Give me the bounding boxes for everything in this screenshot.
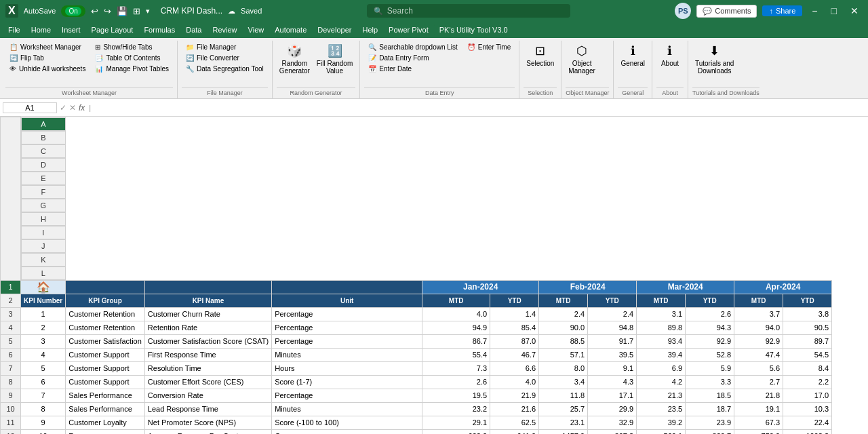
cell-i6[interactable]: 39.4 (637, 348, 686, 361)
cell-l10[interactable]: 10.3 (783, 402, 832, 416)
col-header-a[interactable]: A (21, 117, 66, 131)
minimize-button[interactable]: − (808, 5, 821, 16)
cell-b2[interactable]: KPI Group (66, 294, 145, 307)
cell-l3[interactable]: 3.8 (783, 307, 832, 321)
cell-d3[interactable]: Percentage (272, 307, 422, 321)
cell-k6[interactable]: 47.4 (734, 348, 783, 361)
cell-c12[interactable]: Average Revenue Per Customer (144, 429, 271, 434)
formula-input[interactable] (95, 104, 865, 112)
cell-a4[interactable]: 2 (21, 321, 66, 334)
cell-b3[interactable]: Customer Retention (66, 307, 145, 321)
data-segregation-button[interactable]: 🔧 Data Segregation Tool (182, 64, 268, 74)
cell-h3[interactable]: 2.4 (588, 307, 637, 321)
name-box[interactable] (3, 102, 57, 113)
grid-container[interactable]: A B C D E F G H I J K L 1 (0, 117, 868, 434)
cell-ef1[interactable]: Jan-2024 (422, 280, 539, 294)
cell-d12[interactable]: Currency (272, 429, 422, 434)
cell-j6[interactable]: 52.8 (686, 348, 734, 361)
cell-j10[interactable]: 18.7 (686, 402, 734, 416)
cell-h9[interactable]: 17.1 (588, 389, 637, 402)
comments-button[interactable]: 💬 Comments (696, 5, 757, 18)
cell-l11[interactable]: 22.4 (783, 416, 832, 429)
cell-k8[interactable]: 2.7 (734, 375, 783, 389)
cell-f7[interactable]: 6.6 (490, 361, 539, 375)
cell-g7[interactable]: 8.0 (539, 361, 588, 375)
cell-l8[interactable]: 2.2 (783, 375, 832, 389)
col-header-l[interactable]: L (21, 267, 66, 280)
cell-c5[interactable]: Customer Satisfaction Score (CSAT) (144, 334, 271, 348)
save-icon[interactable]: 💾 (117, 6, 127, 16)
cell-j3[interactable]: 2.6 (686, 307, 734, 321)
undo-icon[interactable]: ↩ (91, 6, 98, 16)
cell-a1[interactable]: 🏠 (21, 280, 66, 294)
file-manager-button[interactable]: 📁 File Manager (182, 42, 268, 52)
cell-c9[interactable]: Conversion Rate (144, 389, 271, 402)
cell-g5[interactable]: 88.5 (539, 334, 588, 348)
cell-g8[interactable]: 3.4 (539, 375, 588, 389)
cell-c10[interactable]: Lead Response Time (144, 402, 271, 416)
cell-h11[interactable]: 32.9 (588, 416, 637, 429)
cell-d10[interactable]: Minutes (272, 402, 422, 416)
cell-b11[interactable]: Customer Loyalty (66, 416, 145, 429)
searchable-dropdown-button[interactable]: 🔍 Searchable dropdown List (364, 42, 462, 52)
cell-a3[interactable]: 1 (21, 307, 66, 321)
col-header-k[interactable]: K (21, 253, 66, 267)
cell-b9[interactable]: Sales Performance (66, 389, 145, 402)
cell-i5[interactable]: 93.4 (637, 334, 686, 348)
cell-e12[interactable]: 602.2 (422, 429, 490, 434)
cell-d5[interactable]: Percentage (272, 334, 422, 348)
cell-b12[interactable]: Revenue (66, 429, 145, 434)
more-icon[interactable]: ▾ (146, 7, 150, 16)
cell-b1[interactable] (66, 280, 145, 294)
cell-e10[interactable]: 23.2 (422, 402, 490, 416)
cell-d9[interactable]: Percentage (272, 389, 422, 402)
cell-k2[interactable]: MTD (734, 294, 783, 307)
close-button[interactable]: ✕ (846, 5, 863, 16)
menu-page-layout[interactable]: Page Layout (86, 24, 139, 35)
col-header-g[interactable]: G (21, 199, 66, 212)
cell-k7[interactable]: 5.6 (734, 361, 783, 375)
data-entry-form-button[interactable]: 📝 Data Entry Form (364, 53, 462, 63)
cell-c1[interactable] (144, 280, 271, 294)
cell-f12[interactable]: 641.0 (490, 429, 539, 434)
cell-f6[interactable]: 46.7 (490, 348, 539, 361)
share-button[interactable]: ↑ Share (762, 5, 802, 16)
menu-file[interactable]: File (3, 24, 26, 35)
cell-d6[interactable]: Minutes (272, 348, 422, 361)
cell-e7[interactable]: 7.3 (422, 361, 490, 375)
show-hide-tabs-button[interactable]: ⊞ Show/Hide Tabs (91, 42, 173, 52)
cell-h5[interactable]: 91.7 (588, 334, 637, 348)
cell-h7[interactable]: 9.1 (588, 361, 637, 375)
cell-e3[interactable]: 4.0 (422, 307, 490, 321)
general-button[interactable]: ℹ General (618, 42, 648, 68)
cell-l4[interactable]: 90.5 (783, 321, 832, 334)
cell-d1[interactable] (272, 280, 422, 294)
cell-g11[interactable]: 23.1 (539, 416, 588, 429)
enter-time-button[interactable]: ⏰ Enter Time (463, 42, 515, 52)
cell-g12[interactable]: 1457.9 (539, 429, 588, 434)
menu-developer[interactable]: Developer (312, 24, 357, 35)
cell-c7[interactable]: Resolution Time (144, 361, 271, 375)
col-header-c[interactable]: C (21, 144, 66, 158)
cell-i11[interactable]: 39.2 (637, 416, 686, 429)
fill-random-button[interactable]: 🔢 Fill RandomValue (314, 42, 355, 76)
cell-c2[interactable]: KPI Name (144, 294, 271, 307)
cell-i7[interactable]: 6.9 (637, 361, 686, 375)
cell-g3[interactable]: 2.4 (539, 307, 588, 321)
cell-k9[interactable]: 21.8 (734, 389, 783, 402)
cell-d7[interactable]: Hours (272, 361, 422, 375)
cell-i3[interactable]: 3.1 (637, 307, 686, 321)
cell-a5[interactable]: 3 (21, 334, 66, 348)
col-header-j[interactable]: J (21, 239, 66, 253)
menu-power-pivot[interactable]: Power Pivot (383, 24, 434, 35)
cell-l12[interactable]: 1093.3 (783, 429, 832, 434)
redo-icon[interactable]: ↪ (104, 6, 111, 16)
cell-f5[interactable]: 87.0 (490, 334, 539, 348)
cell-gh1[interactable]: Feb-2024 (539, 280, 637, 294)
cell-e5[interactable]: 86.7 (422, 334, 490, 348)
cell-f2[interactable]: YTD (490, 294, 539, 307)
cell-ij1[interactable]: Mar-2024 (637, 280, 734, 294)
cell-e11[interactable]: 29.1 (422, 416, 490, 429)
flip-tab-button[interactable]: 🔄 Flip Tab (5, 53, 90, 63)
cell-k10[interactable]: 19.1 (734, 402, 783, 416)
